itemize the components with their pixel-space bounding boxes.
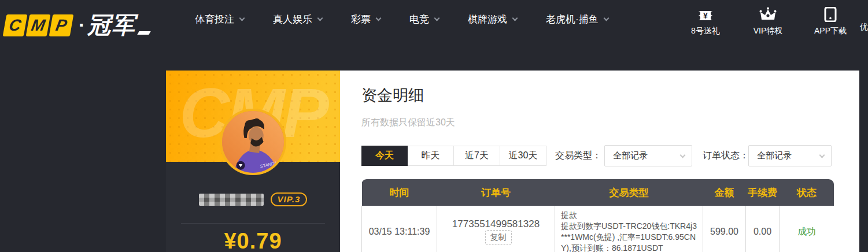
- cell-amount: 599.00: [703, 206, 746, 252]
- type-detail: 提款到数字USDT-TRC20钱包:TKR4j3***1WMc(免提) ,汇率=…: [561, 221, 697, 252]
- quick-link-gift[interactable]: ¥ 8号送礼: [684, 6, 727, 36]
- top-header: C M P · 冠军 体育投注 真人娱乐 彩票 电竞 棋牌游戏 老: [0, 0, 868, 71]
- avatar[interactable]: STANDARD: [220, 109, 286, 175]
- chevron-down-icon: [434, 16, 440, 21]
- brand-logo[interactable]: C M P · 冠军: [5, 9, 150, 41]
- nav-item-esports[interactable]: 电竞: [409, 13, 439, 26]
- table-header-row: 时间 订单号 交易类型 金额 手续费 状态: [362, 179, 834, 206]
- cell-type: 提款 提款到数字USDT-TRC20钱包:TKR4j3***1WMc(免提) ,…: [555, 206, 703, 252]
- nav-item-sports[interactable]: 体育投注: [195, 13, 244, 26]
- logo-letter: M: [30, 16, 47, 35]
- cell-fee: 0.00: [746, 206, 780, 252]
- vip-level-badge: VIP.3: [271, 192, 308, 206]
- quick-link-label: VIP特权: [754, 26, 783, 36]
- tab-today[interactable]: 今天: [361, 146, 408, 166]
- nav-item-board-games[interactable]: 棋牌游戏: [468, 13, 517, 26]
- quick-links: ¥ 8号送礼 VIP特权 APP下载: [684, 6, 852, 36]
- account-balance: ¥0.79: [166, 229, 340, 252]
- order-status-select[interactable]: 全部记录: [748, 145, 832, 166]
- tab-last-30-days[interactable]: 近30天: [500, 146, 546, 166]
- logo-letter-box: P: [49, 14, 74, 36]
- header-type: 交易类型: [555, 179, 703, 206]
- copy-button[interactable]: 复制: [485, 230, 512, 245]
- logo-letter-box: C: [3, 14, 28, 36]
- order-number: 1773551499581328: [452, 218, 540, 229]
- crown-icon: [759, 6, 777, 22]
- quick-link-vip[interactable]: VIP特权: [747, 6, 789, 36]
- main-nav: 体育投注 真人娱乐 彩票 电竞 棋牌游戏 老虎机·捕鱼: [195, 13, 608, 26]
- sidebar-divider: [181, 223, 325, 224]
- cell-order-no: 1773551499581328复制: [437, 206, 555, 252]
- logo-dot: ·: [79, 14, 85, 36]
- profile-sidebar: CMP: [166, 71, 340, 252]
- nav-item-label: 真人娱乐: [273, 13, 312, 26]
- header-amount: 金额: [703, 179, 746, 206]
- chevron-down-icon: [376, 16, 382, 21]
- page: C M P · 冠军 体育投注 真人娱乐 彩票 电竞 棋牌游戏 老: [0, 0, 868, 252]
- logo-letter: P: [54, 16, 68, 35]
- nav-item-label: 电竞: [409, 13, 429, 26]
- header-order-no: 订单号: [437, 179, 555, 206]
- type-title: 提款: [561, 210, 697, 221]
- chevron-down-icon: [317, 16, 323, 21]
- transaction-type-label: 交易类型：: [555, 150, 601, 162]
- username-censored: [199, 194, 264, 206]
- nav-item-label: 体育投注: [195, 13, 234, 26]
- quick-link-label: 8号送礼: [691, 26, 720, 36]
- tab-yesterday[interactable]: 昨天: [408, 146, 454, 166]
- logo-letter: C: [8, 16, 23, 35]
- order-status-label: 订单状态：: [703, 150, 749, 162]
- nav-item-slots-fishing[interactable]: 老虎机·捕鱼: [546, 13, 608, 26]
- status-badge: 成功: [780, 206, 834, 252]
- header-fee: 手续费: [746, 179, 780, 206]
- page-title: 资金明细: [361, 85, 424, 106]
- tab-last-7-days[interactable]: 近7天: [454, 146, 500, 166]
- transactions-table: 时间 订单号 交易类型 金额 手续费 状态 03/15 13:11:39 177…: [361, 179, 834, 252]
- nav-item-label: 彩票: [351, 13, 371, 26]
- user-id-row: VIP.3: [166, 192, 340, 206]
- filter-bar: 今天 昨天 近7天 近30天 交易类型： 全部记录 订单状态： 全部记录: [340, 145, 859, 167]
- quick-link-partial[interactable]: 优: [860, 22, 868, 32]
- main-content: 资金明细 所有数据只保留近30天 今天 昨天 近7天 近30天 交易类型： 全部…: [340, 71, 859, 252]
- page-subtitle: 所有数据只保留近30天: [361, 117, 455, 129]
- logo-letter-box: M: [26, 14, 51, 36]
- nav-item-label: 老虎机·捕鱼: [546, 13, 599, 26]
- chevron-down-icon: [512, 16, 518, 21]
- logo-brand-name: 冠军: [87, 9, 136, 41]
- table-row: 03/15 13:11:39 1773551499581328复制 提款 提款到…: [362, 206, 834, 252]
- date-range-tabs: 今天 昨天 近7天 近30天: [361, 146, 546, 166]
- header-status: 状态: [780, 179, 834, 206]
- transaction-type-value: 全部记录: [613, 150, 648, 161]
- quick-link-app[interactable]: APP下载: [809, 6, 852, 36]
- chevron-down-icon: [680, 152, 686, 158]
- transaction-type-select[interactable]: 全部记录: [604, 145, 692, 166]
- nav-item-lottery[interactable]: 彩票: [351, 13, 381, 26]
- chevron-down-icon: [819, 152, 825, 158]
- header-time: 时间: [362, 179, 437, 206]
- quick-link-label: APP下载: [814, 26, 847, 36]
- phone-icon: [824, 6, 837, 22]
- gift-ticket-icon: ¥: [697, 6, 714, 22]
- chevron-down-icon: [239, 16, 245, 21]
- nav-item-label: 棋牌游戏: [468, 13, 507, 26]
- order-status-value: 全部记录: [757, 150, 792, 161]
- nav-item-live-casino[interactable]: 真人娱乐: [273, 13, 322, 26]
- chevron-down-icon: [603, 16, 609, 21]
- svg-text:¥: ¥: [703, 11, 708, 20]
- logo-dash-decoration: [138, 31, 151, 35]
- cell-time: 03/15 13:11:39: [362, 206, 437, 252]
